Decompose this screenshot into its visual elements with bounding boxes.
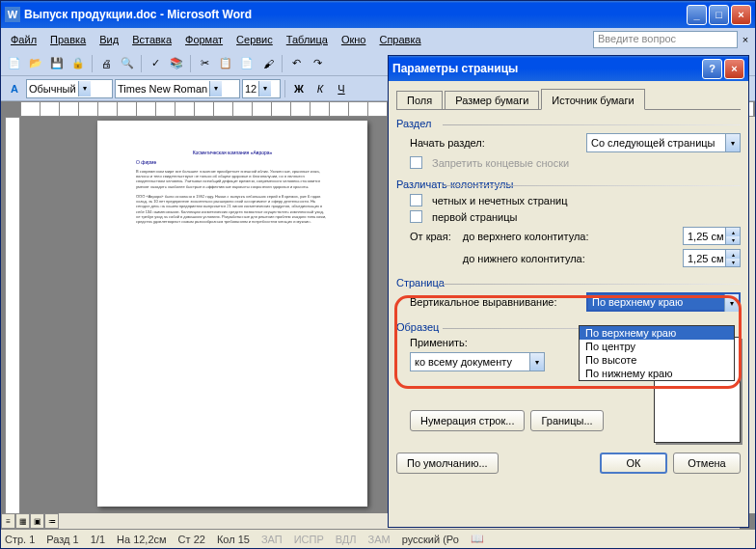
borders-button[interactable]: Границы... [530,410,603,431]
style-combo[interactable]: Обычный▾ [26,79,113,98]
styles-pane-icon[interactable]: A [5,79,24,98]
menubar: Файл Правка Вид Вставка Формат Сервис Та… [1,28,755,51]
tab-paper[interactable]: Размер бумаги [445,91,539,109]
dialog-titlebar: Параметры страницы ? × [389,56,748,81]
page-body: В современном мире все большее значение … [136,169,329,224]
page-subtitle: Косметическая компания «Аврора» [136,150,329,155]
dialog-help-button[interactable]: ? [702,59,722,79]
word-icon: W [5,7,20,22]
bold-button[interactable]: Ж [289,79,309,98]
menu-insert[interactable]: Вставка [126,32,177,47]
suppress-endnotes-label: Запретить концевые сноски [432,157,569,169]
view-normal[interactable]: ≡ [1,513,15,529]
from-edge-label: От края: [410,231,451,242]
view-web[interactable]: ▦ [15,513,30,529]
valign-option-top[interactable]: По верхнему краю [580,326,734,340]
preview-icon[interactable]: 🔍 [118,54,137,73]
group-section: Раздел [396,118,741,129]
section-start-label: Начать раздел: [410,137,485,149]
status-line: Ст 22 [178,534,205,545]
status-pages: 1/1 [91,534,105,545]
menu-format[interactable]: Формат [179,32,229,47]
default-button[interactable]: По умолчанию... [396,453,499,474]
to-header-label: до верхнего колонтитула: [463,231,589,242]
group-page: Страница [396,277,741,288]
view-print[interactable]: ▣ [30,513,44,529]
ruler-vertical[interactable] [5,117,20,529]
brush-icon[interactable]: 🖌 [258,54,278,73]
italic-button[interactable]: К [310,79,330,98]
suppress-endnotes-checkbox[interactable] [410,156,422,169]
status-ovr: ЗАМ [368,534,391,545]
status-section: Разд 1 [46,534,78,545]
status-trk: ИСПР [294,534,324,545]
first-page-label: первой страницы [432,211,517,223]
ok-button[interactable]: ОК [600,453,667,474]
valign-dropdown: По верхнему краю По центру По высоте По … [579,325,735,381]
page-heading: О фирме [136,159,329,165]
underline-button[interactable]: Ч [332,79,351,98]
menu-edit[interactable]: Правка [44,32,92,47]
status-book-icon[interactable]: 📖 [471,533,484,545]
footer-distance-spin[interactable]: 1,25 см▴▾ [683,249,741,267]
valign-option-justify[interactable]: По высоте [580,353,734,367]
status-rec: ЗАП [261,534,283,545]
first-page-checkbox[interactable] [410,210,422,223]
copy-icon[interactable]: 📋 [216,54,235,73]
section-start-select[interactable]: Со следующей страницы▾ [586,133,741,152]
size-combo[interactable]: 12▾ [242,79,281,98]
view-outline[interactable]: ≔ [44,513,59,529]
dialog-tabs: Поля Размер бумаги Источник бумаги [396,89,741,110]
menu-view[interactable]: Вид [94,32,124,47]
page-setup-dialog: Параметры страницы ? × Поля Размер бумаг… [388,55,749,528]
menu-file[interactable]: Файл [5,32,42,47]
menu-table[interactable]: Таблица [281,32,334,47]
menu-window[interactable]: Окно [336,32,372,47]
permission-icon[interactable]: 🔒 [68,54,88,73]
dialog-title: Параметры страницы [392,62,702,75]
page[interactable]: Косметическая компания «Аврора» О фирме … [97,121,367,507]
ask-question-input[interactable]: Введите вопрос [593,31,738,48]
restore-button[interactable]: □ [709,5,729,25]
cut-icon[interactable]: ✂ [195,54,214,73]
print-icon[interactable]: 🖨 [96,54,116,73]
menu-tools[interactable]: Сервис [230,32,279,47]
new-icon[interactable]: 📄 [5,54,24,73]
dialog-close-button[interactable]: × [724,59,744,79]
open-icon[interactable]: 📂 [26,54,45,73]
tab-layout[interactable]: Источник бумаги [541,89,644,110]
status-ext: ВДЛ [336,534,357,545]
group-headers: Различать колонтитулы [396,178,741,190]
menu-help[interactable]: Справка [373,32,426,47]
view-buttons: ≡ ▦ ▣ ≔ [1,513,59,529]
valign-option-center[interactable]: По центру [580,340,734,353]
minimize-button[interactable]: _ [687,5,707,25]
font-combo[interactable]: Times New Roman▾ [115,79,240,98]
close-button[interactable]: × [731,5,751,25]
research-icon[interactable]: 📚 [167,54,186,73]
statusbar: Стр. 1 Разд 1 1/1 На 12,2см Ст 22 Кол 15… [1,529,755,548]
odd-even-checkbox[interactable] [410,194,422,206]
line-numbers-button[interactable]: Нумерация строк... [410,410,525,431]
paste-icon[interactable]: 📄 [237,54,256,73]
to-footer-label: до нижнего колонтитула: [463,253,585,264]
status-pos: На 12,2см [117,534,167,545]
spell-icon[interactable]: ✓ [146,54,165,73]
redo-icon[interactable]: ↷ [308,54,327,73]
cancel-button[interactable]: Отмена [673,453,741,474]
valign-option-bottom[interactable]: По нижнему краю [580,367,734,380]
tab-margins[interactable]: Поля [396,91,443,109]
status-col: Кол 15 [217,534,250,545]
status-lang: русский (Ро [402,534,459,545]
status-page: Стр. 1 [5,534,35,545]
undo-icon[interactable]: ↶ [286,54,306,73]
save-icon[interactable]: 💾 [47,54,67,73]
header-distance-spin[interactable]: 1,25 см▴▾ [683,227,741,245]
window-title: Выпуск продукции.doc - Microsoft Word [24,8,687,21]
main-titlebar: W Выпуск продукции.doc - Microsoft Word … [1,1,755,28]
odd-even-label: четных и нечетных страниц [432,195,567,206]
